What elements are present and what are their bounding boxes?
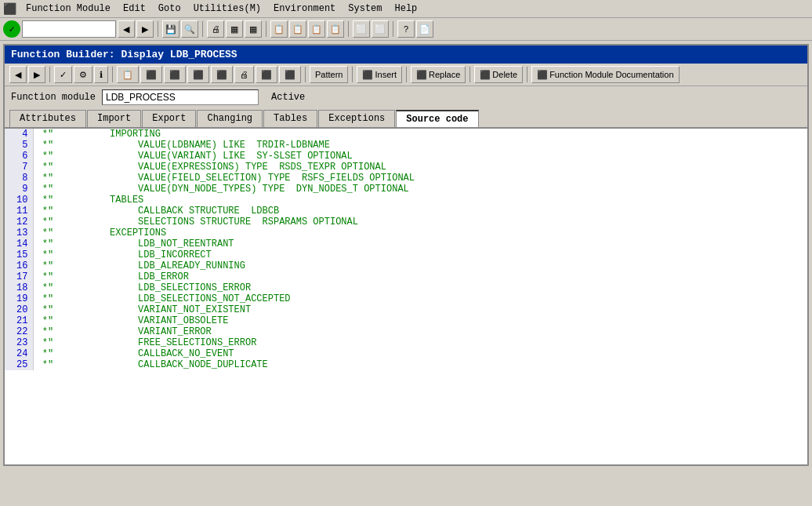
table-row: 10 *" TABLES	[5, 195, 807, 206]
tab-tables[interactable]: Tables	[263, 110, 317, 127]
window-title: Function Builder: Display LDB_PROCESS	[5, 46, 807, 64]
sec-btn3[interactable]: ⬛	[187, 66, 209, 83]
print-button[interactable]: 🖨	[207, 20, 224, 38]
sec-btn2[interactable]: ⬛	[164, 66, 186, 83]
table-row: 25 *" CALLBACK_NODE_DUPLICATE	[5, 359, 807, 370]
menu-utilities[interactable]: Utilities(M)	[187, 2, 267, 16]
line-number: 13	[5, 228, 33, 238]
line-number: 6	[5, 151, 33, 162]
info-btn[interactable]: ℹ	[94, 66, 108, 83]
save-button[interactable]: 💾	[162, 20, 179, 38]
tb-btn9[interactable]: 📄	[416, 20, 433, 38]
check-btn[interactable]: ✓	[54, 66, 72, 83]
table-row: 12 *" SELECTIONS STRUCTURE RSPARAMS OPTI…	[5, 217, 807, 228]
back-button[interactable]: ◀	[118, 20, 135, 38]
help-btn[interactable]: ?	[397, 20, 415, 38]
table-row: 22 *" VARIANT_ERROR	[5, 326, 807, 337]
code-line[interactable]: *" CALLBACK_NODE_DUPLICATE	[33, 359, 807, 370]
sec-btn1[interactable]: ⬛	[140, 66, 162, 83]
tb-btn6[interactable]: 📋	[327, 20, 344, 38]
app-icon: ⬛	[3, 2, 16, 16]
code-line[interactable]: *" VALUE(DYN_NODE_TYPES) TYPE DYN_NODES_…	[33, 184, 807, 195]
code-line[interactable]: *" VALUE(FIELD_SELECTION) TYPE RSFS_FIEL…	[33, 173, 807, 184]
table-row: 21 *" VARIANT_OBSOLETE	[5, 315, 807, 326]
paste-btn[interactable]: 📋	[117, 66, 139, 83]
tb-btn8[interactable]: ⬜	[372, 20, 389, 38]
menu-help[interactable]: Help	[389, 2, 424, 16]
code-line[interactable]: *" LDB_SELECTIONS_ERROR	[33, 282, 807, 293]
code-line[interactable]: *" CALLBACK STRUCTURE LDBCB	[33, 206, 807, 217]
table-row: 16 *" LDB_ALREADY_RUNNING	[5, 260, 807, 271]
code-line[interactable]: *" LDB_INCORRECT	[33, 249, 807, 260]
table-row: 8 *" VALUE(FIELD_SELECTION) TYPE RSFS_FI…	[5, 173, 807, 184]
fwd-nav[interactable]: ▶	[28, 66, 45, 83]
code-line[interactable]: *" LDB_ERROR	[33, 271, 807, 282]
pattern-button[interactable]: Pattern	[310, 66, 348, 83]
sec-btn6[interactable]: ⬛	[256, 66, 277, 83]
delete-button[interactable]: ⬛ Delete	[474, 66, 523, 83]
code-line[interactable]: *" TABLES	[33, 195, 807, 206]
line-number: 9	[5, 184, 33, 195]
code-line[interactable]: *" VALUE(EXPRESSIONS) TYPE RSDS_TEXPR OP…	[33, 162, 807, 173]
code-line[interactable]: *" EXCEPTIONS	[33, 228, 807, 238]
code-line[interactable]: *" LDB_ALREADY_RUNNING	[33, 260, 807, 271]
tab-export[interactable]: Export	[142, 110, 196, 127]
sec-btn7[interactable]: ⬛	[279, 66, 301, 83]
menu-goto[interactable]: Goto	[152, 2, 187, 16]
tb-btn3[interactable]: 📋	[270, 20, 288, 38]
tb-btn4[interactable]: 📋	[289, 20, 306, 38]
code-line[interactable]: *" VARIANT_OBSOLETE	[33, 315, 807, 326]
menu-system[interactable]: System	[342, 2, 388, 16]
execute-button[interactable]: ✓	[3, 20, 20, 38]
sep8	[305, 67, 306, 82]
line-number: 15	[5, 249, 33, 260]
forward-button[interactable]: ▶	[136, 20, 154, 38]
code-line[interactable]: *" VARIANT_ERROR	[33, 326, 807, 337]
code-line[interactable]: *" VARIANT_NOT_EXISTENT	[33, 304, 807, 315]
tab-exceptions[interactable]: Exceptions	[318, 110, 395, 127]
code-line[interactable]: *" IMPORTING	[33, 129, 807, 140]
tab-changing[interactable]: Changing	[197, 110, 263, 127]
table-row: 14 *" LDB_NOT_REENTRANT	[5, 238, 807, 249]
line-number: 14	[5, 238, 33, 249]
sec-btn4[interactable]: ⬛	[211, 66, 233, 83]
tb-btn1[interactable]: ▦	[226, 20, 243, 38]
settings-btn[interactable]: ⚙	[74, 66, 92, 83]
menu-function-module[interactable]: Function Module	[20, 2, 117, 16]
table-row: 15 *" LDB_INCORRECT	[5, 249, 807, 260]
menu-edit[interactable]: Edit	[117, 2, 152, 16]
sep9	[352, 67, 353, 82]
tab-bar: Attributes Import Export Changing Tables…	[5, 108, 807, 127]
line-number: 24	[5, 348, 33, 359]
tb-btn2[interactable]: ▦	[245, 20, 262, 38]
fmdoc-button[interactable]: ⬛ Function Module Documentation	[531, 66, 679, 83]
command-field[interactable]	[22, 20, 116, 38]
tb-btn7[interactable]: ⬜	[353, 20, 370, 38]
table-row: 19 *" LDB_SELECTIONS_NOT_ACCEPTED	[5, 293, 807, 304]
code-line[interactable]: *" VALUE(LDBNAME) LIKE TRDIR-LDBNAME	[33, 140, 807, 151]
sep5	[393, 21, 393, 37]
table-row: 11 *" CALLBACK STRUCTURE LDBCB	[5, 206, 807, 217]
line-number: 17	[5, 271, 33, 282]
code-line[interactable]: *" FREE_SELECTIONS_ERROR	[33, 337, 807, 348]
main-window: Function Builder: Display LDB_PROCESS ◀ …	[3, 44, 809, 466]
code-area[interactable]: 4 *" IMPORTING5 *" VALUE(LDBNAME) LIKE T…	[5, 127, 807, 464]
table-row: 4 *" IMPORTING	[5, 129, 807, 140]
find-button[interactable]: 🔍	[181, 20, 198, 38]
replace-button[interactable]: ⬛ Replace	[411, 66, 466, 83]
tb-btn5[interactable]: 📋	[308, 20, 325, 38]
code-line[interactable]: *" VALUE(VARIANT) LIKE SY-SLSET OPTIONAL	[33, 151, 807, 162]
code-line[interactable]: *" CALLBACK_NO_EVENT	[33, 348, 807, 359]
tab-import[interactable]: Import	[87, 110, 141, 127]
function-module-input[interactable]	[102, 89, 259, 105]
tab-attributes[interactable]: Attributes	[9, 110, 86, 127]
back-nav[interactable]: ◀	[9, 66, 27, 83]
line-number: 4	[5, 129, 33, 140]
insert-button[interactable]: ⬛ Insert	[357, 66, 402, 83]
sec-btn5[interactable]: 🖨	[234, 66, 254, 83]
code-line[interactable]: *" LDB_NOT_REENTRANT	[33, 238, 807, 249]
code-line[interactable]: *" SELECTIONS STRUCTURE RSPARAMS OPTIONA…	[33, 217, 807, 228]
menu-environment[interactable]: Environment	[267, 2, 342, 16]
tab-source-code[interactable]: Source code	[396, 110, 478, 127]
code-line[interactable]: *" LDB_SELECTIONS_NOT_ACCEPTED	[33, 293, 807, 304]
